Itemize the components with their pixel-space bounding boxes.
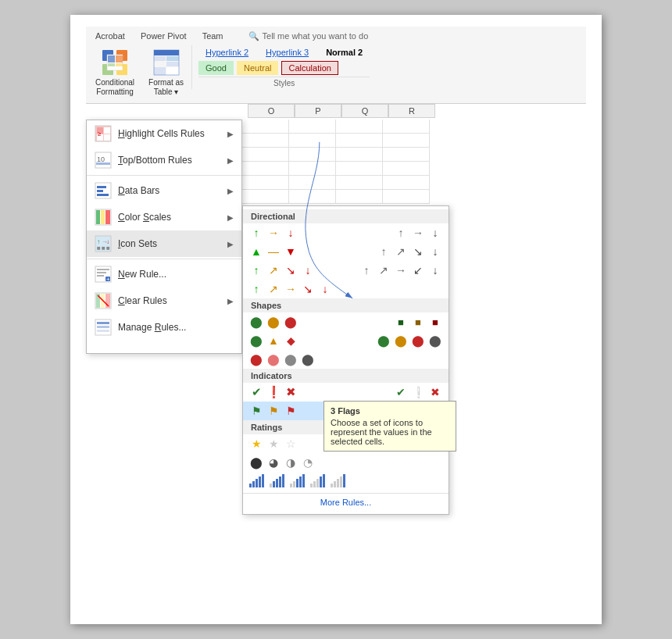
menu-item-highlight-cells-label: Highlight Cells Rules xyxy=(118,128,221,139)
menu-item-data-bars-label: Data Bars xyxy=(118,185,221,196)
square-dkgreen-icon: ■ xyxy=(394,315,408,329)
icon-row-3triangles[interactable]: ▲ — ▼ ↑ ↗ ↘ ↓ xyxy=(243,242,449,261)
circle-red-1-icon: ⬤ xyxy=(284,315,298,329)
svg-rect-33 xyxy=(105,210,110,224)
more-rules-link[interactable]: More Rules... xyxy=(243,493,449,511)
style-good[interactable]: Good xyxy=(198,61,234,75)
icon-sets-panel: Directional ↑ → ↓ ↑ → ↓ ▲ — ▼ ↑ xyxy=(242,205,449,515)
icon-row-5arrows-colored[interactable]: ↑ ↗ → ↘ ↓ xyxy=(243,280,449,298)
icon-sets-icon: ↑ → ↓ ■ ■ ■ xyxy=(95,235,112,252)
circle-three-quarter-icon: ◕ xyxy=(266,455,281,469)
menu-item-clear-rules-label: Clear Rules xyxy=(118,295,221,306)
circle-red-2-icon: ⬤ xyxy=(411,334,425,348)
svg-rect-32 xyxy=(101,210,105,224)
arr-downright-5c-icon: ↘ xyxy=(301,282,315,296)
svg-text:■: ■ xyxy=(97,245,101,252)
style-normal2[interactable]: Normal 2 xyxy=(319,45,370,59)
menu-item-data-bars[interactable]: Data Bars ▶ xyxy=(87,177,241,204)
svg-text:■: ■ xyxy=(102,245,105,252)
arr-downright-4c-icon: ↓ xyxy=(301,263,315,277)
menu-item-clear-rules[interactable]: Clear Rules ▶ xyxy=(87,287,241,314)
new-rule-icon: + xyxy=(95,266,112,283)
flag-red-icon: ⚑ xyxy=(284,404,298,418)
tab-team[interactable]: Team xyxy=(196,30,230,42)
menu-item-manage-rules[interactable]: Manage Rules... xyxy=(87,314,241,341)
circle-green-2-icon: ⬤ xyxy=(249,334,263,348)
star-empty-icon: ☆ xyxy=(284,437,298,451)
svg-text:+: + xyxy=(106,276,110,283)
dash-gold-icon: — xyxy=(266,245,281,259)
menu-item-top-bottom[interactable]: 10 Top/Bottom Rules ▶ xyxy=(87,147,241,173)
circle-black-icon: ⬤ xyxy=(428,334,442,348)
col-header-p: P xyxy=(295,104,341,118)
svg-rect-12 xyxy=(154,62,166,66)
tooltip-description: Choose a set of icons to represent the v… xyxy=(331,418,449,446)
style-hyperlink3[interactable]: Hyperlink 3 xyxy=(259,45,316,59)
circle-half-icon: ◑ xyxy=(284,455,298,469)
icon-row-3flags[interactable]: ⚑ ⚑ ⚑ 3 Flags Choose a set of icons to r… xyxy=(243,402,449,420)
col-header-q: Q xyxy=(341,104,388,118)
clear-rules-icon xyxy=(95,292,112,309)
circle-gray2-icon: ⬤ xyxy=(284,352,298,366)
arr-upright-4c-icon: ↗ xyxy=(266,263,281,277)
icon-row-4arrows-colored[interactable]: ↑ ↗ ↘ ↓ ↑ ↗ → ↙ ↓ xyxy=(243,261,449,280)
circle-quarter-icon: ◔ xyxy=(301,455,315,469)
icon-row-3arrows-colored[interactable]: ↑ → ↓ ↑ → ↓ xyxy=(243,223,449,242)
menu-item-icon-sets[interactable]: ↑ → ↓ ■ ■ ■ Icon Sets ▶ xyxy=(87,230,241,257)
svg-rect-10 xyxy=(154,56,166,61)
arr-down-5c-icon: ↓ xyxy=(318,282,332,296)
icon-row-3circles-colored[interactable]: ⬤ ⬤ ⬤ ■ ■ ■ xyxy=(243,312,449,331)
menu-item-color-scales[interactable]: Color Scales ▶ xyxy=(87,204,241,230)
format-as-table-button[interactable]: Format asTable ▾ xyxy=(142,45,190,100)
icon-row-quarters[interactable]: ⬤ ◕ ◑ ◔ xyxy=(243,453,449,472)
tooltip-box: 3 Flags Choose a set of icons to represe… xyxy=(323,401,456,452)
circle-darkgray-icon: ⬤ xyxy=(301,352,315,366)
ribbon: Acrobat Power Pivot Team 🔍 Tell me what … xyxy=(86,27,586,104)
style-hyperlink2[interactable]: Hyperlink 2 xyxy=(198,45,256,59)
svg-rect-54 xyxy=(97,326,109,328)
tri-down-red-icon: ▼ xyxy=(284,245,298,259)
svg-rect-15 xyxy=(166,67,179,75)
tab-acrobat[interactable]: Acrobat xyxy=(89,30,131,42)
icon-row-3indicators-filled[interactable]: ✔ ❗ ✖ ✔ ❕ ✖ xyxy=(243,383,449,402)
svg-rect-27 xyxy=(97,186,106,188)
arr-down-gray-2-icon: ↓ xyxy=(428,245,442,259)
arr-down-5g-icon: ↓ xyxy=(428,263,442,277)
top-bottom-icon: 10 xyxy=(95,152,112,169)
exclaim-outline-gold-icon: ❕ xyxy=(411,385,425,399)
tab-power-pivot[interactable]: Power Pivot xyxy=(134,30,193,42)
svg-text:■: ■ xyxy=(106,245,110,252)
arr-downright-5g-icon: ↙ xyxy=(411,263,425,277)
bars-1-icon xyxy=(331,474,345,487)
arr-right-gray-1-icon: → xyxy=(411,226,425,240)
arr-up-gray-2-icon: ↑ xyxy=(377,245,391,259)
svg-rect-8 xyxy=(116,63,123,66)
main-layout: ≥ Highlight Cells Rules ▶ 10 xyxy=(86,120,586,354)
star-half-icon: ★ xyxy=(266,437,281,451)
check-circle-green-icon: ✔ xyxy=(249,385,263,399)
x-circle-red-icon: ✖ xyxy=(284,385,298,399)
highlight-cells-arrow: ▶ xyxy=(227,130,234,138)
bars-4-icon xyxy=(270,474,284,487)
conditional-formatting-button[interactable]: Conditional Formatting xyxy=(89,45,141,100)
arr-up-gray-1-icon: ↑ xyxy=(394,226,408,240)
data-bars-icon xyxy=(95,182,112,199)
style-calculation[interactable]: Calculation xyxy=(281,61,338,75)
ribbon-content: Conditional Formatting xyxy=(89,45,586,100)
arr-up-green-icon: ↑ xyxy=(249,226,263,240)
conditional-formatting-dropdown: ≥ Highlight Cells Rules ▶ 10 xyxy=(86,120,242,354)
icon-row-3shapes-mix[interactable]: ⬤ ▲ ◆ ⬤ ⬤ ⬤ ⬤ xyxy=(243,331,449,350)
icon-row-bars[interactable] xyxy=(243,472,449,490)
arr-right-5c-icon: → xyxy=(284,282,298,296)
menu-item-new-rule[interactable]: + New Rule... xyxy=(87,261,241,287)
style-neutral[interactable]: Neutral xyxy=(237,61,278,75)
svg-rect-29 xyxy=(97,194,109,196)
svg-text:≥: ≥ xyxy=(98,130,102,137)
svg-rect-6 xyxy=(116,55,123,62)
search-placeholder: Tell me what you want to do xyxy=(263,31,369,41)
menu-item-highlight-cells[interactable]: ≥ Highlight Cells Rules ▶ xyxy=(87,120,241,147)
arr-upright-gray-icon: ↗ xyxy=(394,245,408,259)
search-icon: 🔍 xyxy=(248,31,259,41)
icon-row-more-circles[interactable]: ⬤ ⬤ ⬤ ⬤ xyxy=(243,350,449,369)
styles-section-label: Styles xyxy=(198,77,370,89)
